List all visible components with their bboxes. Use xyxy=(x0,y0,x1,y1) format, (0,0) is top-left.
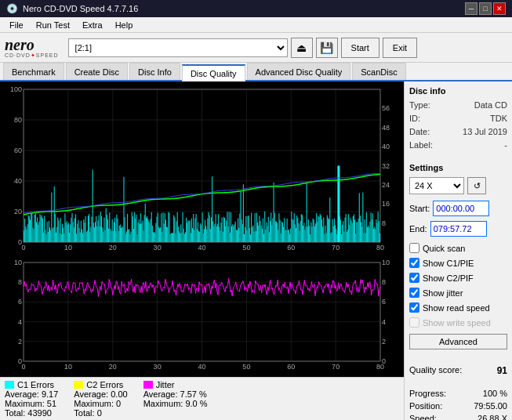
c1-label: C1 Errors xyxy=(17,380,54,389)
tab-advanced-disc-quality[interactable]: Advanced Disc Quality xyxy=(247,63,351,80)
position-label: Position: xyxy=(409,401,442,411)
show-jitter-label: Show jitter xyxy=(423,288,463,298)
tab-scandisc[interactable]: ScanDisc xyxy=(352,63,405,80)
refresh-icon-button[interactable]: ↺ xyxy=(467,177,486,194)
tab-disc-quality[interactable]: Disc Quality xyxy=(182,64,245,81)
right-panel: Disc info Type: Data CD ID: TDK Date: 13… xyxy=(404,81,512,420)
quality-value: 91 xyxy=(497,365,507,376)
maximize-button[interactable]: □ xyxy=(479,2,492,15)
speed-selector[interactable]: 24 X Max 4 X 8 X 16 X 32 X 40 X 48 X xyxy=(409,177,464,194)
tab-create-disc[interactable]: Create Disc xyxy=(66,63,128,80)
quick-scan-checkbox[interactable] xyxy=(409,243,419,253)
toolbar: nero CD·DVD✦SPEED [2:1] ⏏ 💾 Start Exit xyxy=(0,33,512,63)
c1-avg: Average: 9.17 xyxy=(5,389,58,399)
menu-help[interactable]: Help xyxy=(109,19,140,31)
exit-button[interactable]: Exit xyxy=(383,38,417,58)
start-input[interactable] xyxy=(433,201,489,216)
legend-area: C1 Errors Average: 9.17 Maximum: 51 Tota… xyxy=(0,377,404,420)
quality-label: Quality score: xyxy=(409,365,462,376)
show-write-speed-checkbox xyxy=(409,317,419,328)
speed-value: 26.88 X xyxy=(478,414,507,420)
position-value: 79:55.00 xyxy=(474,401,507,411)
c2-avg: Average: 0.00 xyxy=(74,389,127,399)
tab-bar: Benchmark Create Disc Disc Info Disc Qua… xyxy=(0,63,512,81)
tab-benchmark[interactable]: Benchmark xyxy=(3,63,64,80)
save-icon-button[interactable]: 💾 xyxy=(316,38,338,58)
progress-value: 100 % xyxy=(483,389,507,398)
disc-date-value: 13 Jul 2019 xyxy=(463,127,507,136)
jitter-label: Jitter xyxy=(156,380,175,389)
lower-chart xyxy=(2,258,402,375)
c2-total: Total: 0 xyxy=(74,408,127,418)
minimize-button[interactable]: ─ xyxy=(465,2,478,15)
nero-logo: nero CD·DVD✦SPEED xyxy=(5,37,59,59)
end-label: End: xyxy=(409,224,427,234)
show-c2-checkbox[interactable] xyxy=(409,273,419,283)
speed-row-progress: Speed: 26.88 X xyxy=(409,414,507,420)
show-c2-row: Show C2/PIF xyxy=(409,273,507,283)
jitter-avg: Average: 7.57 % xyxy=(143,389,208,399)
show-jitter-checkbox[interactable] xyxy=(409,288,419,298)
show-write-speed-row: Show write speed xyxy=(409,317,507,328)
close-button[interactable]: ✕ xyxy=(493,2,506,15)
speed-label: Speed: xyxy=(409,414,437,420)
end-input[interactable] xyxy=(430,221,487,237)
start-label: Start: xyxy=(409,204,430,213)
show-c1-row: Show C1/PIE xyxy=(409,258,507,268)
disc-type-row: Type: Data CD xyxy=(409,100,507,110)
jitter-color-box xyxy=(143,381,153,389)
c2-color-box xyxy=(74,381,83,389)
disc-label-label: Label: xyxy=(409,140,433,150)
c1-total: Total: 43990 xyxy=(5,408,58,418)
start-button[interactable]: Start xyxy=(341,38,379,58)
app-title: Nero CD-DVD Speed 4.7.7.16 xyxy=(23,4,138,13)
nero-product: CD·DVD✦SPEED xyxy=(5,52,59,59)
show-read-speed-row: Show read speed xyxy=(409,302,507,313)
title-bar: 💿 Nero CD-DVD Speed 4.7.7.16 ─ □ ✕ xyxy=(0,0,512,17)
legend-jitter: Jitter Average: 7.57 % Maximum: 9.0 % xyxy=(143,380,208,418)
menu-bar: File Run Test Extra Help xyxy=(0,17,512,33)
show-c1-label: Show C1/PIE xyxy=(423,259,474,268)
lower-chart-canvas xyxy=(2,258,402,375)
c2-max: Maximum: 0 xyxy=(74,399,127,408)
settings-title: Settings xyxy=(409,163,507,172)
tab-disc-info[interactable]: Disc Info xyxy=(129,63,180,80)
eject-icon-button[interactable]: ⏏ xyxy=(291,38,313,58)
upper-chart xyxy=(2,85,402,256)
advanced-button[interactable]: Advanced xyxy=(409,334,507,349)
jitter-max: Maximum: 9.0 % xyxy=(143,399,208,408)
quick-scan-row: Quick scan xyxy=(409,243,507,253)
chart-area xyxy=(0,81,404,377)
c2-label: C2 Errors xyxy=(86,380,123,389)
disc-info-title: Disc info xyxy=(409,86,507,96)
nero-brand: nero xyxy=(5,37,34,52)
main-content: C1 Errors Average: 9.17 Maximum: 51 Tota… xyxy=(0,81,512,420)
start-row: Start: xyxy=(409,201,507,216)
show-write-speed-label: Show write speed xyxy=(423,318,491,328)
disc-id-row: ID: TDK xyxy=(409,114,507,123)
disc-id-value: TDK xyxy=(490,114,507,123)
menu-run-test[interactable]: Run Test xyxy=(30,19,76,31)
progress-row: Progress: 100 % xyxy=(409,389,507,398)
disc-date-label: Date: xyxy=(409,127,430,136)
end-row: End: xyxy=(409,221,507,237)
legend-c2: C2 Errors Average: 0.00 Maximum: 0 Total… xyxy=(74,380,127,418)
show-c1-checkbox[interactable] xyxy=(409,258,419,268)
show-read-speed-checkbox[interactable] xyxy=(409,302,419,313)
c1-max: Maximum: 51 xyxy=(5,399,58,408)
drive-selector[interactable]: [2:1] xyxy=(68,38,288,57)
position-row: Position: 79:55.00 xyxy=(409,401,507,411)
title-bar-controls: ─ □ ✕ xyxy=(465,2,506,15)
upper-chart-canvas xyxy=(2,85,402,256)
quick-scan-label: Quick scan xyxy=(423,244,465,253)
menu-extra[interactable]: Extra xyxy=(76,19,109,31)
show-read-speed-label: Show read speed xyxy=(423,303,490,313)
menu-file[interactable]: File xyxy=(3,19,30,31)
progress-label: Progress: xyxy=(409,389,446,398)
c1-color-box xyxy=(5,381,14,389)
quality-score-row: Quality score: 91 xyxy=(409,365,507,376)
disc-id-label: ID: xyxy=(409,114,420,123)
speed-row: 24 X Max 4 X 8 X 16 X 32 X 40 X 48 X ↺ xyxy=(409,177,507,194)
disc-type-value: Data CD xyxy=(474,100,507,110)
title-bar-left: 💿 Nero CD-DVD Speed 4.7.7.16 xyxy=(6,3,138,14)
